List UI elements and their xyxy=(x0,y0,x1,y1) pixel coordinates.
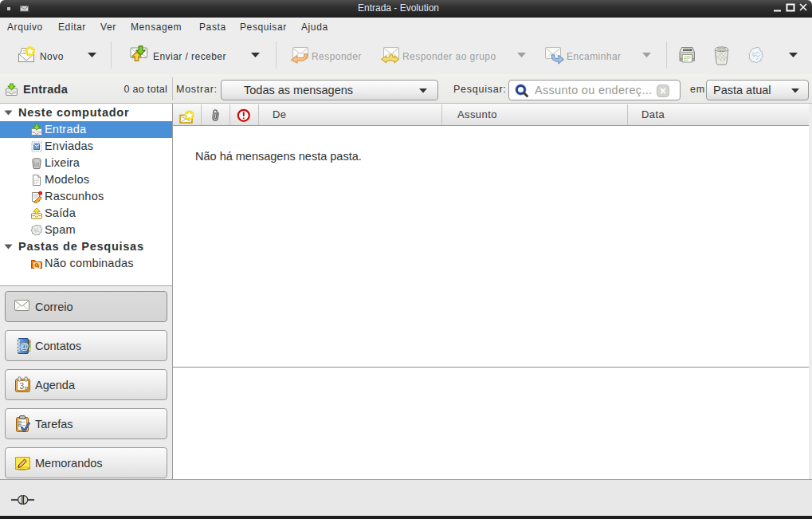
svg-text:@: @ xyxy=(20,341,29,351)
svg-text:3: 3 xyxy=(20,382,25,391)
